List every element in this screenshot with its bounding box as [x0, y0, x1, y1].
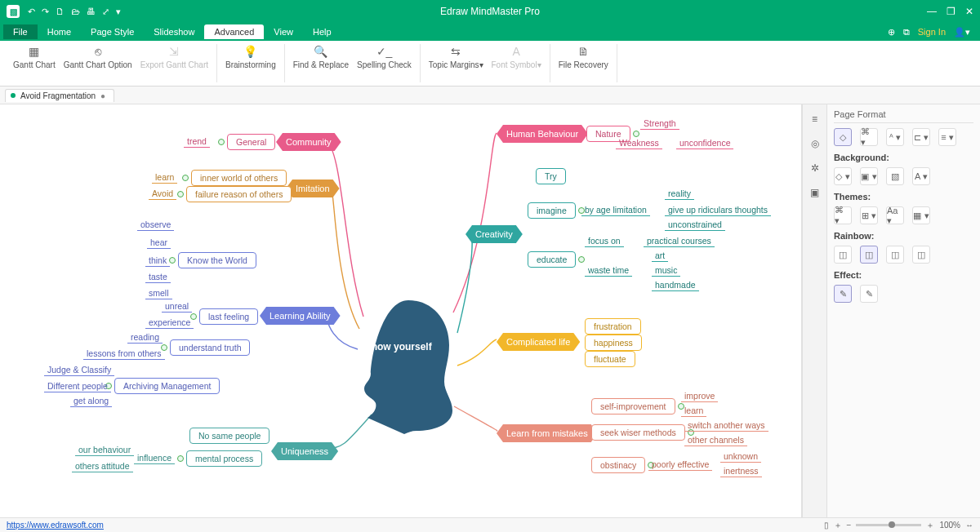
theme-font-button[interactable]: Aa ▾	[886, 206, 904, 224]
node-inner-world[interactable]: inner world of others	[191, 170, 287, 186]
node-imagine[interactable]: imagine	[528, 202, 576, 219]
panel-list-icon[interactable]: ≡ ▾	[938, 128, 956, 146]
node-smell[interactable]: smell	[145, 287, 172, 299]
canvas[interactable]: Know yourself Community Imitation Learni…	[0, 104, 802, 517]
node-waste-time[interactable]: waste time	[585, 264, 632, 277]
node-lessons-others[interactable]: lessons from others	[83, 348, 165, 360]
node-our-behaviour[interactable]: our behaviour	[75, 444, 134, 456]
panel-theme-icon[interactable]: ◇	[834, 128, 852, 146]
bg-fill-button[interactable]: ◇ ▾	[834, 167, 852, 185]
bg-pattern-button[interactable]: ▧	[886, 167, 904, 185]
qat-redo[interactable]: ↷	[42, 7, 49, 17]
tab-home[interactable]: Home	[38, 24, 81, 39]
tab-page-style[interactable]: Page Style	[81, 24, 144, 39]
node-hear[interactable]: hear	[147, 237, 171, 249]
gantt-option-button[interactable]: ⎋Gantt Chart Option	[64, 44, 132, 82]
node-self-improvement[interactable]: self-improvement	[591, 398, 675, 415]
qat-undo[interactable]: ↶	[28, 7, 35, 17]
qat-more[interactable]: ▾	[116, 7, 121, 17]
share-icon[interactable]: ⊕	[888, 27, 895, 38]
theme-color-button[interactable]: ▦ ▾	[912, 206, 930, 224]
qat-print[interactable]: 🖶	[87, 7, 96, 17]
node-unconstrained[interactable]: unconstrained	[665, 219, 725, 231]
node-reality[interactable]: reality	[665, 188, 694, 200]
tab-view[interactable]: View	[264, 24, 303, 39]
node-last-feeling[interactable]: last feeling	[199, 308, 258, 325]
node-understand-truth[interactable]: understand truth	[170, 339, 250, 356]
node-experience[interactable]: experience	[145, 317, 194, 329]
file-recovery-button[interactable]: 🗎File Recovery	[559, 44, 608, 82]
zoom-slider[interactable]	[856, 524, 921, 526]
node-inertness[interactable]: inertness	[720, 465, 762, 477]
node-weakness[interactable]: Weakness	[616, 137, 662, 149]
qat-new[interactable]: 🗋	[56, 7, 65, 17]
link-icon[interactable]: ⧉	[903, 27, 910, 38]
document-tab[interactable]: Avoid Fragmentation ●	[5, 89, 114, 102]
qat-fit[interactable]: ⤢	[102, 7, 109, 17]
branch-uniqueness[interactable]: Uniqueness	[271, 442, 338, 460]
maximize-button[interactable]: ❐	[947, 6, 956, 17]
node-unknown[interactable]: unknown	[720, 450, 761, 463]
find-replace-button[interactable]: 🔍Find & Replace	[293, 44, 349, 82]
node-fail-reason[interactable]: failure reason of others	[186, 186, 292, 202]
node-switch-ways[interactable]: switch another ways	[684, 419, 768, 432]
node-handmade[interactable]: handmade	[652, 279, 699, 291]
node-no-same-people[interactable]: No same people	[189, 428, 270, 444]
panel-connector-icon[interactable]: ⊏ ▾	[912, 128, 930, 146]
rail-sparkle-icon[interactable]: ✲	[807, 160, 823, 176]
effect-1-button[interactable]: ✎	[834, 285, 852, 303]
account-menu-icon[interactable]: 👤▾	[954, 27, 970, 38]
central-topic[interactable]: Know yourself	[351, 296, 457, 435]
node-try[interactable]: Try	[536, 168, 566, 184]
node-seek-wiser[interactable]: seek wiser methods	[591, 424, 685, 441]
node-unconfidence[interactable]: unconfidence	[676, 137, 733, 149]
panel-layout-icon[interactable]: ⌘ ▾	[860, 128, 878, 146]
branch-creativity[interactable]: Creativity	[466, 225, 523, 243]
page-nav-icon[interactable]: ▯	[824, 521, 829, 530]
zoom-in-button[interactable]: ＋	[926, 520, 934, 531]
node-get-along[interactable]: get along	[70, 395, 112, 407]
node-different-people[interactable]: Different people	[44, 380, 111, 392]
tab-help[interactable]: Help	[303, 24, 341, 39]
branch-imitation[interactable]: Imitation	[286, 180, 340, 197]
panel-font-icon[interactable]: ᴬ ▾	[886, 128, 904, 146]
node-by-age[interactable]: by age limitation	[581, 204, 650, 216]
node-poorly-effective[interactable]: poorly effective	[648, 459, 712, 471]
node-observe[interactable]: observe	[137, 219, 174, 231]
node-judge-classify[interactable]: Judge & Classify	[44, 364, 114, 376]
node-trend[interactable]: trend	[184, 135, 210, 148]
qat-open[interactable]: 🗁	[71, 7, 80, 17]
node-strength[interactable]: Strength	[640, 117, 679, 130]
branch-learn-from-mistakes[interactable]: Learn from mistakes	[497, 424, 598, 442]
node-archiving[interactable]: Archiving Management	[114, 378, 220, 394]
rail-target-icon[interactable]: ◎	[807, 135, 823, 152]
sign-in-link[interactable]: Sign In	[918, 27, 946, 37]
node-frustration[interactable]: frustration	[585, 318, 641, 335]
theme-1-button[interactable]: ⌘ ▾	[834, 206, 852, 224]
fit-page-button[interactable]: ↔	[965, 521, 973, 530]
tab-slideshow[interactable]: Slideshow	[144, 24, 204, 39]
node-music[interactable]: music	[652, 264, 680, 277]
bg-image-button[interactable]: ▣ ▾	[860, 167, 878, 185]
rainbow-3-button[interactable]: ◫	[886, 246, 904, 264]
gantt-chart-button[interactable]: ▦Gantt Chart	[13, 44, 56, 82]
branch-complicated-life[interactable]: Complicated life	[497, 333, 580, 351]
node-think[interactable]: think	[145, 255, 170, 267]
add-page-icon[interactable]: ＋	[834, 520, 842, 531]
node-learn-left[interactable]: learn	[152, 171, 177, 184]
node-happiness[interactable]: happiness	[585, 335, 642, 351]
node-practical[interactable]: practical courses	[644, 235, 715, 247]
node-avoid[interactable]: Avoid	[149, 188, 176, 200]
rainbow-4-button[interactable]: ◫	[912, 246, 930, 264]
node-art[interactable]: art	[652, 250, 668, 262]
rainbow-1-button[interactable]: ◫	[834, 246, 852, 264]
node-focus-on[interactable]: focus on	[585, 235, 624, 247]
effect-2-button[interactable]: ✎	[860, 285, 878, 303]
theme-2-button[interactable]: ⊞ ▾	[860, 206, 878, 224]
bg-watermark-button[interactable]: A ▾	[912, 167, 930, 185]
node-mental-process[interactable]: mental process	[186, 450, 262, 467]
tab-advanced[interactable]: Advanced	[204, 24, 264, 39]
branch-human-behaviour[interactable]: Human Behaviour	[497, 125, 588, 143]
node-unreal[interactable]: unreal	[162, 300, 192, 313]
rail-page-icon[interactable]: ▣	[807, 184, 823, 201]
